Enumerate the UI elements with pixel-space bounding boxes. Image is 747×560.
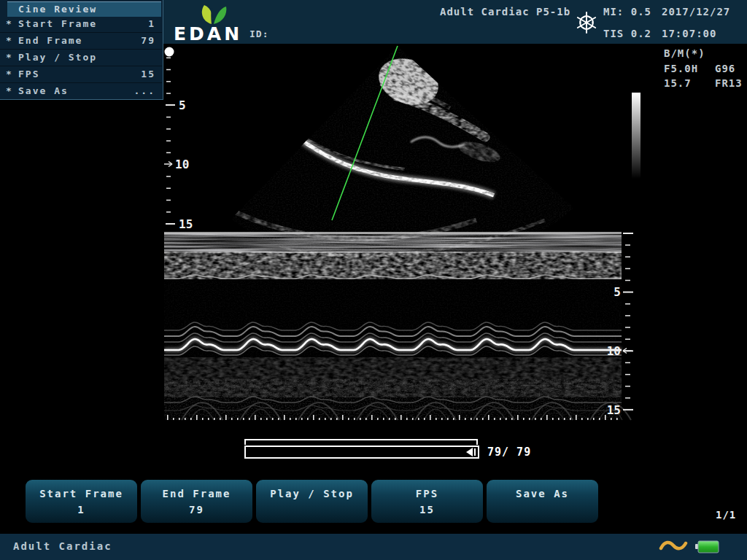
menu-item-save-as[interactable]: * Save As ... — [0, 83, 162, 99]
menu-item-label: Start Frame — [18, 16, 97, 32]
cine-progress-bar[interactable] — [244, 446, 479, 459]
tis-label: TIS — [603, 28, 624, 39]
menu-item-play-stop[interactable]: * Play / Stop — [0, 50, 162, 66]
ultrasound-display: 5 10 15 5 10 15 — [164, 44, 747, 470]
menu-item-fps[interactable]: * FPS 15 — [0, 66, 162, 83]
physio-wave-icon — [659, 538, 688, 556]
system-date: 2017/12/27 — [662, 6, 730, 18]
system-time: 17:07:00 — [662, 28, 716, 39]
menu-item-value: 15 — [141, 66, 155, 82]
softkey-save-as[interactable]: Save As — [487, 480, 598, 523]
m-depth-cursor-arrow-icon — [623, 349, 632, 354]
cine-frame-counter: 79/ 79 — [487, 446, 531, 459]
softkey-value: 1 — [26, 504, 137, 516]
softkey-start-frame[interactable]: Start Frame 1 — [26, 480, 137, 523]
softkey-label: Save As — [487, 488, 598, 499]
softkey-value: 15 — [371, 504, 483, 516]
battery-icon — [693, 538, 722, 556]
softkey-end-frame[interactable]: End Frame 79 — [141, 480, 252, 523]
softkey-play-stop[interactable]: Play / Stop — [256, 480, 368, 523]
probe-preset-label: Adult Cardiac P5-1b — [440, 6, 570, 18]
cine-position-bar-icon — [474, 448, 476, 456]
brand-logo-text: EDAN — [174, 23, 242, 44]
cine-range-bracket — [244, 439, 478, 445]
grayscale-bar — [632, 93, 640, 179]
menu-item-label: End Frame — [18, 33, 82, 49]
m-depth-label: 15 — [607, 403, 621, 417]
b-depth-label: 5 — [179, 98, 186, 112]
menu-item-label: Save As — [18, 83, 69, 99]
edan-leaf-icon — [194, 4, 232, 26]
softkey-label: End Frame — [141, 488, 252, 499]
m-depth-label: 5 — [614, 285, 621, 299]
menu-item-value: 79 — [141, 33, 155, 49]
freeze-icon — [574, 10, 599, 35]
menu-item-label: Play / Stop — [18, 50, 97, 66]
softkey-page-indicator: 1/1 — [716, 509, 736, 521]
menu-item-label: FPS — [18, 66, 39, 82]
softkey-row: Start Frame 1 End Frame 79 Play / Stop F… — [26, 480, 598, 523]
status-bar: Adult Cardiac — [0, 534, 747, 560]
b-depth-label: 10 — [175, 158, 189, 171]
menu-title: Cine Review — [7, 1, 161, 17]
menu-item-start-frame[interactable]: * Start Frame 1 — [0, 16, 162, 33]
patient-id-label: ID: — [249, 28, 268, 39]
b-depth-scale: 5 10 15 — [164, 47, 193, 232]
m-mode-image — [164, 232, 631, 420]
b-depth-label: 15 — [179, 217, 193, 231]
m-depth-label: 10 — [607, 344, 621, 358]
softkey-label: FPS — [371, 488, 483, 499]
status-preset-label: Adult Cardiac — [13, 540, 112, 552]
mi-value: 0.5 — [631, 6, 651, 18]
menu-bullet: * — [6, 66, 13, 82]
mi-readout: MI: 0.5 — [603, 6, 651, 18]
menu-bullet: * — [6, 50, 13, 66]
softkey-label: Play / Stop — [256, 488, 368, 499]
softkey-label: Start Frame — [26, 488, 137, 499]
probe-orientation-mark — [165, 47, 174, 57]
cine-position-arrow-icon[interactable] — [466, 448, 473, 456]
menu-item-end-frame[interactable]: * End Frame 79 — [0, 33, 162, 50]
cine-review-menu: Cine Review * Start Frame 1 * End Frame … — [0, 0, 163, 100]
mi-label: MI: — [603, 6, 624, 18]
tis-readout: TIS 0.2 — [603, 28, 651, 39]
tis-value: 0.2 — [631, 28, 651, 39]
menu-item-value: ... — [134, 83, 155, 99]
menu-bullet: * — [6, 83, 13, 99]
softkey-value: 79 — [141, 504, 252, 516]
focus-arrow-icon — [164, 162, 172, 167]
menu-bullet: * — [6, 16, 13, 32]
menu-bullet: * — [6, 33, 13, 49]
softkey-fps[interactable]: FPS 15 — [371, 480, 483, 523]
ultrasound-screen: EDAN ID: Adult Cardiac P5-1b MI: 0.5 TIS… — [0, 0, 747, 560]
menu-item-value: 1 — [148, 16, 155, 32]
